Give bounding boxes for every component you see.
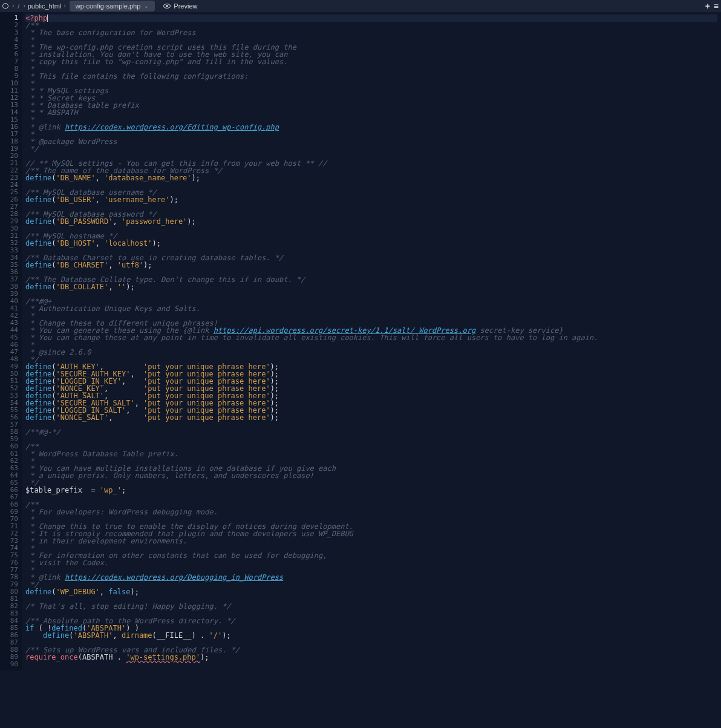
file-tab[interactable]: wp-config-sample.php ⌄ [70, 1, 155, 11]
code-line[interactable]: define('DB_PASSWORD', 'password_here'); [25, 218, 717, 225]
token-comment: * WordPress Database Table prefix. [25, 450, 178, 458]
token-comment: /* That's all, stop editing! Happy blogg… [25, 602, 231, 611]
token-str: 'DB_PASSWORD' [56, 217, 113, 226]
token-paren: ( [51, 174, 56, 182]
token-def: define [43, 631, 69, 640]
code-line[interactable]: * @package WordPress [25, 138, 717, 145]
code-line[interactable]: /**#@-*/ [25, 428, 717, 436]
root-separator: / [15, 2, 22, 10]
code-line[interactable]: define('DB_NAME', 'database_name_here'); [25, 174, 717, 182]
menu-icon[interactable]: ≡ [714, 2, 719, 10]
code-line[interactable]: define('DB_USER', 'username_here'); [25, 196, 717, 203]
code-line[interactable]: */ [25, 145, 717, 152]
token-paren: ); [187, 217, 195, 226]
code-line[interactable]: define('NONCE_SALT', 'put your unique ph… [25, 414, 717, 421]
token-str: 'DB_USER' [56, 195, 96, 204]
code-line[interactable]: * WordPress Database Table prefix. [25, 450, 717, 457]
token-paren: ; [122, 486, 126, 494]
eye-icon [163, 4, 171, 8]
code-line[interactable]: * You can change these at any point in t… [25, 334, 717, 341]
chevron-right-icon: › [22, 2, 26, 10]
token-paren: ); [152, 239, 161, 248]
token-str: '/' [209, 631, 223, 640]
code-line[interactable]: * copy this file to "wp-config.php" and … [25, 58, 717, 65]
code-line[interactable] [25, 436, 717, 443]
token-comment: /**#@-*/ [25, 428, 60, 436]
token-paren: ( [51, 413, 56, 422]
token-link: https://codex.wordpress.org/Debugging_in… [65, 573, 283, 582]
token-comment: * @package WordPress [25, 137, 117, 146]
code-line[interactable]: * @since 2.6.0 [25, 349, 717, 356]
code-area[interactable]: <?php/** * The base configuration for Wo… [22, 12, 721, 671]
token-paren: , [100, 588, 108, 596]
code-line[interactable]: $table_prefix = 'wp_'; [25, 487, 717, 494]
token-req: require_once [25, 653, 78, 661]
token-comment: * You can change these at any point in t… [25, 333, 598, 342]
code-line[interactable]: * * ABSPATH [25, 109, 717, 116]
token-comment: * The base configuration for WordPress [25, 28, 196, 37]
token-paren: , [113, 217, 122, 226]
code-line[interactable]: * in their development environments. [25, 537, 717, 545]
code-line[interactable]: * visit the Codex. [25, 559, 717, 566]
code-line[interactable]: * @link https://codex.wordpress.org/Edit… [25, 123, 717, 131]
code-line[interactable] [25, 421, 717, 428]
preview-button[interactable]: Preview [158, 1, 202, 11]
token-comment: * visit the Codex. [25, 559, 108, 567]
code-line[interactable]: * For information on other constants tha… [25, 552, 717, 559]
token-var: ABSPATH [82, 653, 117, 661]
token-paren: = [91, 486, 99, 494]
token-str: 'wp_' [100, 486, 122, 494]
code-line[interactable]: * This file contains the following confi… [25, 73, 717, 80]
code-line[interactable]: * [25, 80, 717, 87]
code-line[interactable]: define('DB_HOST', 'localhost'); [25, 240, 717, 247]
token-str: 'DB_HOST' [56, 239, 96, 248]
token-paren: ( [51, 239, 56, 248]
code-line[interactable]: * @link https://codex.wordpress.org/Debu… [25, 574, 717, 581]
code-line[interactable]: <?php [25, 15, 717, 22]
token-str: 'NONCE_SALT' [56, 413, 109, 422]
token-paren: ); [126, 283, 134, 291]
token-paren: ( [152, 631, 157, 640]
chevron-right-icon: › [11, 2, 15, 10]
code-line[interactable]: * [25, 131, 717, 138]
token-paren: ); [270, 413, 279, 422]
token-paren: ); [192, 174, 200, 182]
code-line[interactable]: define('ABSPATH', dirname(__FILE__) . '/… [25, 632, 717, 639]
code-line[interactable]: * a unique prefix. Only numbers, letters… [25, 472, 717, 479]
token-paren: ( [51, 588, 56, 596]
code-line[interactable]: define('DB_CHARSET', 'utf8'); [25, 261, 717, 269]
token-paren: , [108, 413, 143, 422]
code-line[interactable]: require_once(ABSPATH . 'wp-settings.php'… [25, 654, 717, 661]
code-line[interactable]: /* That's all, stop editing! Happy blogg… [25, 603, 717, 610]
code-line[interactable]: * For developers: WordPress debugging mo… [25, 508, 717, 516]
token-paren: ); [222, 631, 230, 640]
app-icon[interactable] [2, 3, 8, 9]
code-line[interactable] [25, 290, 717, 298]
code-line[interactable]: */ [25, 479, 717, 487]
code-line[interactable] [25, 225, 717, 232]
token-paren: , [108, 261, 117, 269]
chevron-down-icon: ⌄ [144, 2, 149, 10]
token-comment: * a unique prefix. Only numbers, letters… [25, 471, 314, 480]
code-line[interactable]: * [25, 341, 717, 349]
token-str: 'DB_CHARSET' [56, 261, 109, 269]
code-line[interactable]: * * MySQL settings [25, 87, 717, 94]
token-paren: ( [78, 653, 82, 661]
token-paren: ( [51, 217, 56, 226]
token-paren: , [96, 174, 104, 182]
code-line[interactable]: define('DB_COLLATE', ''); [25, 283, 717, 290]
add-icon[interactable]: + [705, 2, 710, 10]
code-line[interactable] [25, 661, 717, 668]
text-cursor [47, 15, 48, 22]
token-str: 'username_here' [104, 195, 169, 204]
code-line[interactable]: * * Database table prefix [25, 102, 717, 109]
token-err: 'wp-settings.php' [126, 653, 200, 661]
line-number: 90 [2, 661, 18, 668]
code-line[interactable]: define('WP_DEBUG', false); [25, 588, 717, 595]
breadcrumb-folder[interactable]: public_html [27, 2, 63, 10]
code-line[interactable]: * Authentication Unique Keys and Salts. [25, 305, 717, 312]
code-editor[interactable]: 1234567891011121314151617181920212223242… [0, 12, 721, 671]
token-paren: , [96, 239, 104, 248]
code-line[interactable]: * The base configuration for WordPress [25, 29, 717, 36]
code-line[interactable] [25, 494, 717, 501]
